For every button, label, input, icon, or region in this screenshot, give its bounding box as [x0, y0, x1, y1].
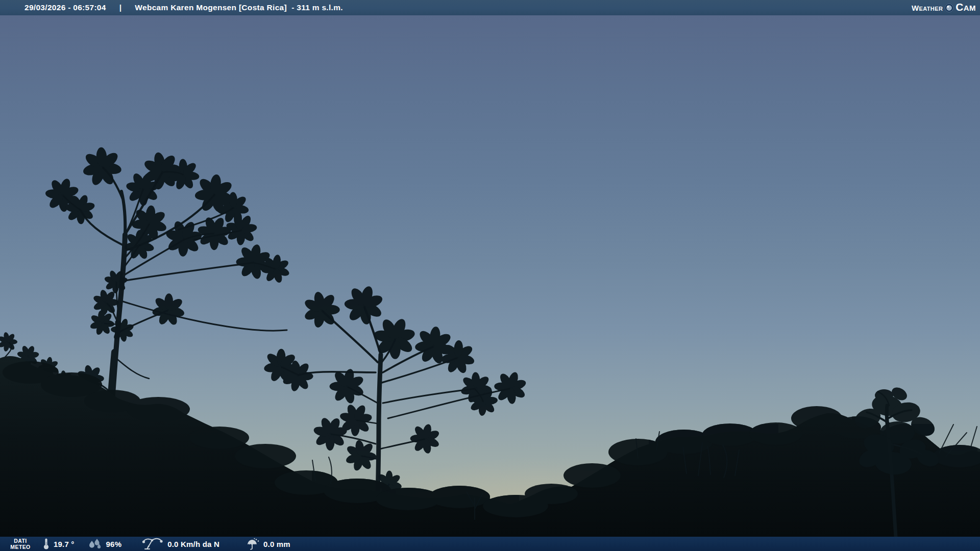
dati-meteo-label: DATI METEO: [7, 538, 34, 550]
left-cecropia-leaves: [40, 143, 296, 392]
temperature-value: 19.7 °: [54, 540, 75, 548]
logo-weather-text: Weather: [912, 4, 943, 12]
water-drops-icon: [88, 538, 102, 550]
webcam-photo: [0, 15, 980, 537]
wind-metric: 0.0 Km/h da N: [142, 537, 219, 550]
anemometer-icon: [142, 537, 163, 550]
camera-lens-icon: [945, 4, 953, 12]
rain-metric: 0.0 mm: [246, 538, 290, 550]
webcam-viewer: 29/03/2026 - 06:57:04 | Webcam Karen Mog…: [0, 0, 980, 551]
weathercam-logo: Weather Cam: [912, 0, 976, 15]
tree-silhouettes: [0, 15, 980, 537]
middle-cecropia-leaves: [260, 278, 532, 500]
rain-value: 0.0 mm: [263, 540, 290, 548]
datetime-text: 29/03/2026 - 06:57:04: [24, 3, 106, 12]
humidity-value: 96%: [106, 540, 122, 548]
temperature-metric: 19.7 °: [43, 538, 75, 550]
thermometer-icon: [43, 538, 50, 550]
webcam-title: Webcam Karen Mogensen [Costa Rica] - 311…: [135, 3, 343, 12]
humidity-metric: 96%: [88, 538, 122, 550]
logo-cam-text: Cam: [955, 1, 976, 13]
weather-data-bar: DATI METEO 19.7 ° 96%: [0, 537, 980, 551]
wind-value: 0.0 Km/h da N: [167, 540, 219, 548]
header-bar: 29/03/2026 - 06:57:04 | Webcam Karen Mog…: [0, 0, 980, 15]
separator: |: [119, 3, 122, 12]
umbrella-icon: [246, 538, 259, 550]
